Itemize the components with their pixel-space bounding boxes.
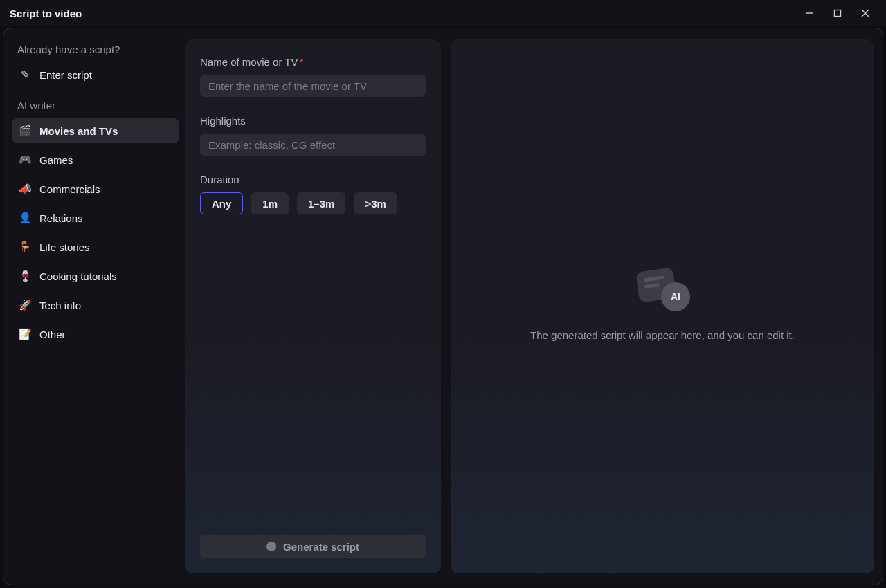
duration-option-13m[interactable]: 1–3m [297,192,345,214]
output-panel: AI The generated script will appear here… [451,39,874,573]
spinner-icon [266,542,276,551]
name-input[interactable] [200,75,426,97]
sidebar-item-enter-script[interactable]: ✎ Enter script [12,62,179,87]
field-duration: Duration Any1m1–3m>3m [200,174,426,214]
main-panels: Name of movie or TV* Highlights Duration… [185,28,883,585]
sidebar-item-commercials[interactable]: 📣Commercials [12,176,179,201]
sidebar-item-cooking[interactable]: 🍷Cooking tutorials [12,264,179,288]
sidebar-item-movies[interactable]: 🎬Movies and TVs [12,118,179,143]
sidebar-item-label: Cooking tutorials [39,270,117,282]
empty-state-icon: AI [635,270,690,311]
sidebar-heading-ai: AI writer [12,97,179,118]
duration-label: Duration [200,174,426,185]
ai-badge-icon: AI [661,282,690,311]
duration-options: Any1m1–3m>3m [200,192,426,214]
sidebar-item-tech[interactable]: 🚀Tech info [12,293,179,318]
sidebar-item-games[interactable]: 🎮Games [12,147,179,172]
svg-rect-1 [835,10,841,17]
generate-label: Generate script [283,541,359,553]
duration-option-3m[interactable]: >3m [354,192,397,214]
sidebar-item-relations[interactable]: 👤Relations [12,205,179,230]
highlights-input[interactable] [200,134,426,156]
commercials-icon: 📣 [19,183,31,195]
sidebar-item-other[interactable]: 📝Other [12,322,179,347]
sidebar-item-label: Enter script [39,69,92,81]
minimize-button[interactable] [796,2,824,24]
sidebar-item-label: Life stories [39,241,90,253]
sidebar-item-label: Other [39,329,66,340]
sidebar-item-label: Commercials [39,183,100,195]
generate-script-button[interactable]: Generate script [200,535,426,558]
pencil-icon: ✎ [19,68,31,81]
sidebar-item-label: Relations [39,212,83,224]
field-highlights: Highlights [200,115,426,156]
movies-icon: 🎬 [19,125,31,137]
required-star-icon: * [299,56,303,68]
relations-icon: 👤 [19,212,31,224]
tech-icon: 🚀 [19,299,31,311]
duration-option-1m[interactable]: 1m [251,192,289,214]
games-icon: 🎮 [19,154,31,166]
name-label: Name of movie or TV* [200,56,426,68]
highlights-label: Highlights [200,115,426,127]
form-panel: Name of movie or TV* Highlights Duration… [185,39,441,573]
life-icon: 🪑 [19,241,31,253]
sidebar-item-label: Movies and TVs [39,125,118,137]
sidebar-item-label: Tech info [39,300,81,311]
sidebar: Already have a script? ✎ Enter script AI… [3,28,185,585]
sidebar-item-life[interactable]: 🪑Life stories [12,235,179,259]
field-name: Name of movie or TV* [200,56,426,97]
output-empty-text: The generated script will appear here, a… [530,328,795,343]
sidebar-heading-script: Already have a script? [12,41,179,62]
titlebar: Script to video [0,0,886,26]
maximize-button[interactable] [824,2,851,24]
window-title: Script to video [10,8,82,19]
sidebar-item-label: Games [39,154,73,166]
cooking-icon: 🍷 [19,270,31,282]
app-body: Already have a script? ✎ Enter script AI… [3,28,883,585]
duration-option-any[interactable]: Any [200,192,243,214]
other-icon: 📝 [19,328,31,340]
close-button[interactable] [851,2,879,24]
